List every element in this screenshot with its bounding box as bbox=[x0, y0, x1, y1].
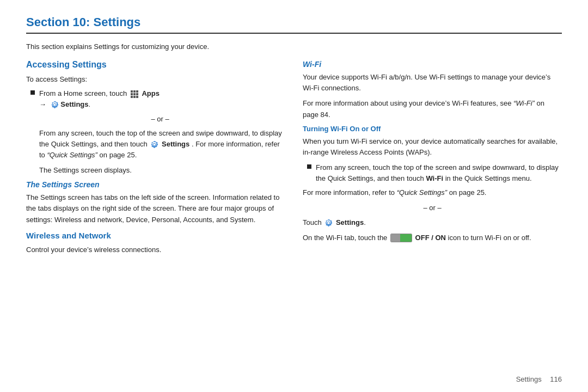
for-more-page: on page 25. bbox=[449, 188, 487, 197]
turning-para: When you turn Wi-Fi service on, your dev… bbox=[303, 136, 562, 158]
bullet-square-icon-2 bbox=[307, 164, 311, 169]
footer-page: 116 bbox=[550, 375, 562, 383]
to-access-text: To access Settings: bbox=[26, 74, 285, 85]
turning-wifi-heading: Turning Wi-Fi On or Off bbox=[303, 125, 562, 133]
bullet-period: . bbox=[89, 100, 91, 108]
apps-label: Apps bbox=[142, 89, 160, 97]
page-ref: on page 25. bbox=[100, 151, 137, 159]
or-line-1: – or – bbox=[35, 114, 285, 125]
on-wifi-post: icon to turn Wi-Fi on or off. bbox=[448, 234, 531, 242]
bullet-square-icon bbox=[30, 90, 35, 95]
right-column: Wi-Fi Your device supports Wi-Fi a/b/g/n… bbox=[303, 60, 562, 260]
or-line-2: – or – bbox=[303, 203, 562, 213]
the-settings-screen-heading: The Settings Screen bbox=[26, 180, 285, 189]
wireless-para: Control your device’s wireless connectio… bbox=[26, 244, 285, 255]
wireless-network-heading: Wireless and Network bbox=[26, 231, 285, 240]
settings-screen-displays: The Settings screen displays. bbox=[39, 165, 285, 176]
from-any-screen-para: From any screen, touch the top of the sc… bbox=[39, 128, 285, 161]
settings-screen-description: The Settings screen has tabs on the left… bbox=[26, 192, 285, 225]
settings-label: Settings bbox=[60, 100, 88, 108]
toggle-icon bbox=[390, 234, 412, 242]
settings-bold-inline: Settings bbox=[162, 140, 189, 148]
bullet-content-apps: From a Home screen, touch Apps → bbox=[39, 88, 285, 110]
on-wifi-tab-para: On the Wi-Fi tab, touch the OFF / ON ico… bbox=[303, 232, 562, 243]
wifi-para2: For more information about using your de… bbox=[303, 98, 562, 120]
bullet-wifi-text2: in the Quick Settings menu. bbox=[445, 174, 532, 182]
wifi-heading: Wi-Fi bbox=[303, 60, 562, 69]
section-divider bbox=[26, 33, 562, 34]
settings-gear-icon-2 bbox=[150, 140, 158, 149]
wifi-para1: Your device supports Wi-Fi a/b/g/n. Use … bbox=[303, 72, 562, 94]
toggle-on-part bbox=[400, 234, 412, 242]
quick-settings-italic: “Quick Settings” bbox=[47, 151, 97, 159]
touch-settings-para: Touch Settings. bbox=[303, 217, 562, 228]
wifi-bold: Wi-Fi bbox=[426, 174, 443, 182]
settings-gear-icon bbox=[51, 101, 59, 109]
touch-settings-label: Settings bbox=[336, 218, 364, 226]
footer: Settings 116 bbox=[516, 375, 562, 383]
quick-settings-italic-2: “Quick Settings” bbox=[397, 188, 447, 197]
bullet-item-wifi: From any screen, touch the top of the sc… bbox=[307, 162, 562, 184]
footer-label: Settings bbox=[516, 375, 542, 383]
settings-gear-icon-3 bbox=[324, 219, 333, 227]
section-title: Section 10: Settings bbox=[26, 15, 562, 29]
bullet-item-apps: From a Home screen, touch Apps → bbox=[30, 88, 285, 110]
left-column: Accessing Settings To access Settings: F… bbox=[26, 60, 285, 260]
intro-text: This section explains Settings for custo… bbox=[26, 41, 562, 52]
touch-period: . bbox=[364, 218, 366, 226]
bullet-wifi-content: From any screen, touch the top of the sc… bbox=[316, 162, 562, 184]
off-on-label: OFF / ON bbox=[415, 234, 446, 242]
apps-icon bbox=[131, 90, 138, 98]
arrow-right-symbol: → bbox=[39, 100, 46, 108]
accessing-settings-heading: Accessing Settings bbox=[26, 60, 285, 70]
for-more-para: For more information, refer to “Quick Se… bbox=[303, 187, 562, 198]
bullet-apps-pre: From a Home screen, touch bbox=[39, 89, 127, 97]
wifi-italic-ref: “Wi-Fi” bbox=[513, 99, 535, 107]
toggle-off-part bbox=[391, 234, 400, 242]
